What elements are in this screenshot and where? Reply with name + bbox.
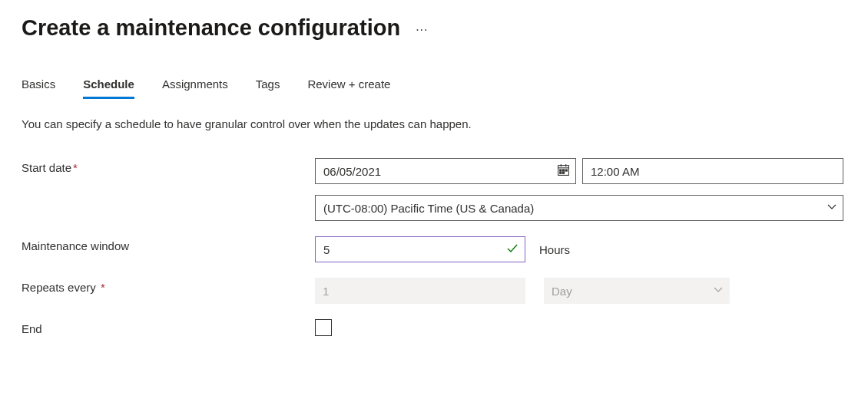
more-icon[interactable]: ···	[416, 20, 428, 37]
tab-tags[interactable]: Tags	[256, 77, 280, 99]
timezone-select[interactable]	[315, 195, 843, 221]
end-label: End	[22, 319, 300, 335]
tab-description: You can specify a schedule to have granu…	[22, 117, 846, 130]
repeats-number-input	[315, 278, 525, 304]
page-title: Create a maintenance configuration	[22, 15, 400, 41]
tabs: Basics Schedule Assignments Tags Review …	[22, 77, 846, 99]
maintenance-window-input[interactable]	[315, 236, 525, 262]
start-time-input[interactable]	[582, 158, 843, 184]
start-date-input[interactable]	[315, 158, 576, 184]
end-checkbox[interactable]	[315, 319, 332, 336]
tab-review-create[interactable]: Review + create	[307, 77, 390, 99]
tab-basics[interactable]: Basics	[22, 77, 55, 99]
maintenance-window-unit: Hours	[539, 243, 570, 256]
maintenance-window-label: Maintenance window	[22, 236, 300, 252]
repeats-every-label: Repeats every *	[22, 278, 300, 294]
start-date-label: Start date*	[22, 158, 300, 174]
tab-schedule[interactable]: Schedule	[83, 77, 134, 99]
tab-assignments[interactable]: Assignments	[162, 77, 228, 99]
repeats-unit-select	[544, 278, 730, 304]
